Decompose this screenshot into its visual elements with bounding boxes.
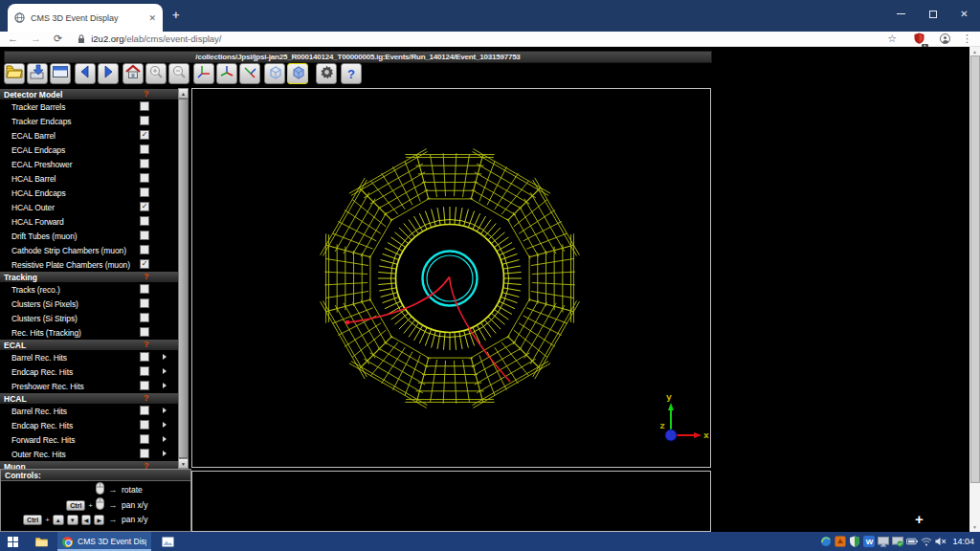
start-button[interactable] <box>0 532 25 551</box>
tray-wifi-icon[interactable] <box>921 536 932 547</box>
home-view-button[interactable] <box>122 63 144 84</box>
3d-viewport[interactable]: yxz <box>191 88 711 468</box>
reload-icon[interactable]: ⟳ <box>54 33 62 44</box>
tray-battery-icon[interactable] <box>906 536 918 547</box>
sidebar-item-label: Rec. Hits (Tracking) <box>11 328 81 338</box>
open-file-button[interactable] <box>4 63 25 84</box>
page-scroll-down-icon[interactable]: ▼ <box>969 522 980 532</box>
help-icon[interactable]: ? <box>144 393 149 403</box>
control-action-label: pan x/y <box>122 500 190 510</box>
checkbox[interactable] <box>140 298 149 308</box>
sidebar-scroll-down-icon[interactable]: ▼ <box>178 458 189 469</box>
previous-event-button[interactable] <box>75 63 96 84</box>
checkbox[interactable] <box>140 313 149 322</box>
sidebar-scroll-thumb[interactable] <box>178 99 189 458</box>
view-xy-button[interactable] <box>193 63 214 84</box>
expand-arrow-icon[interactable] <box>163 368 167 374</box>
checkbox[interactable] <box>140 101 149 111</box>
minimize-button[interactable] <box>885 0 917 28</box>
checkbox[interactable]: ✓ <box>140 202 149 211</box>
next-event-button[interactable] <box>98 63 119 84</box>
expand-arrow-icon[interactable] <box>163 436 167 442</box>
checkbox[interactable] <box>140 173 149 183</box>
display-button[interactable] <box>50 63 71 84</box>
page-scrollbar[interactable]: ▲ ▼ <box>969 47 980 532</box>
checkbox[interactable] <box>140 327 149 337</box>
checkbox[interactable] <box>140 284 149 294</box>
sidebar-scroll-up-icon[interactable]: ▲ <box>178 88 189 99</box>
browser-tab[interactable]: CMS 3D Event Display ✕ <box>8 4 163 32</box>
extension-icon[interactable]: 1 <box>914 31 924 48</box>
url-path[interactable]: /elab/cms/event-display/ <box>124 33 222 44</box>
tray-w-app-icon[interactable]: W <box>863 536 875 547</box>
maximize-button[interactable] <box>917 0 948 28</box>
tray-defender-shield-icon[interactable] <box>849 536 860 547</box>
view-yz-button[interactable] <box>216 63 237 84</box>
help-button[interactable]: ? <box>341 63 362 84</box>
help-icon[interactable]: ? <box>144 272 149 281</box>
taskbar-chrome-button[interactable]: CMS 3D Event Display... <box>57 532 151 551</box>
sidebar-item-label: HCAL Outer <box>11 203 55 212</box>
checkbox[interactable] <box>140 187 149 197</box>
tray-volume-muted-icon[interactable] <box>935 536 947 547</box>
app-toolbar: ? <box>0 63 712 88</box>
checkbox[interactable] <box>140 381 149 390</box>
checkbox[interactable] <box>140 449 149 458</box>
sidebar-item-label: Clusters (Si Pixels) <box>11 299 78 309</box>
expand-arrow-icon[interactable] <box>163 383 167 388</box>
expand-arrow-icon[interactable] <box>163 408 167 413</box>
tab-close-icon[interactable]: ✕ <box>148 13 156 23</box>
orthographic-cube-button[interactable] <box>287 63 308 84</box>
perspective-cube-button[interactable] <box>264 63 285 84</box>
checkbox[interactable] <box>140 366 149 376</box>
file-explorer-button[interactable] <box>29 532 54 551</box>
checkbox[interactable] <box>140 352 149 362</box>
new-tab-icon[interactable]: + <box>172 8 180 22</box>
taskbar-photos-button[interactable] <box>155 532 180 551</box>
tab-favicon-globe-icon <box>14 12 25 23</box>
help-icon[interactable]: ? <box>144 461 149 469</box>
checkbox[interactable] <box>140 231 149 240</box>
zoom-out-button[interactable] <box>168 63 189 84</box>
lock-icon[interactable] <box>78 34 85 44</box>
tray-monitor-check-icon[interactable] <box>892 536 903 547</box>
help-icon[interactable]: ? <box>144 340 149 349</box>
bookmark-star-icon[interactable]: ☆ <box>887 33 897 44</box>
expand-arrow-icon[interactable] <box>163 422 167 428</box>
system-tray: W14:04 <box>820 532 980 551</box>
forward-icon[interactable]: → <box>31 33 41 44</box>
checkbox[interactable] <box>140 245 149 254</box>
expand-arrow-icon[interactable] <box>163 354 167 360</box>
view-xz-button[interactable] <box>239 63 260 84</box>
checkbox[interactable] <box>140 116 149 125</box>
tray-monitor-icon[interactable] <box>878 536 889 547</box>
page-scroll-thumb[interactable] <box>970 55 980 483</box>
axis-y-arrow <box>668 403 674 410</box>
checkbox[interactable] <box>140 420 149 430</box>
checkbox[interactable] <box>140 434 149 444</box>
checkbox[interactable]: ✓ <box>140 130 149 140</box>
menu-dots-icon[interactable]: ⋮ <box>962 33 972 44</box>
zoom-in-button[interactable] <box>145 63 167 84</box>
tray-network-sync-icon[interactable] <box>820 536 832 547</box>
expand-plus-icon[interactable]: + <box>915 511 924 527</box>
profile-avatar[interactable] <box>940 33 950 44</box>
tray-clock[interactable]: 14:04 <box>952 537 974 546</box>
zoomout-icon <box>171 64 187 83</box>
url-domain[interactable]: i2u2.org <box>91 33 123 44</box>
checkbox[interactable] <box>140 216 149 226</box>
checkbox[interactable]: ✓ <box>140 259 149 269</box>
close-button[interactable]: ✕ <box>948 0 980 28</box>
checkbox[interactable] <box>140 144 149 154</box>
checkbox[interactable] <box>140 406 149 415</box>
back-icon[interactable]: ← <box>8 33 18 44</box>
export-image-button[interactable] <box>27 63 48 84</box>
tray-orange-app-icon[interactable] <box>835 536 846 547</box>
settings-button[interactable] <box>316 63 337 84</box>
detector-scene: yxz <box>192 89 710 467</box>
help-icon[interactable]: ? <box>144 89 149 99</box>
expand-arrow-icon[interactable] <box>163 451 167 456</box>
sidebar-scrollbar[interactable]: ▲ ▼ <box>178 88 189 469</box>
checkbox[interactable] <box>140 159 149 168</box>
control-row-0: →rotate <box>1 481 190 496</box>
